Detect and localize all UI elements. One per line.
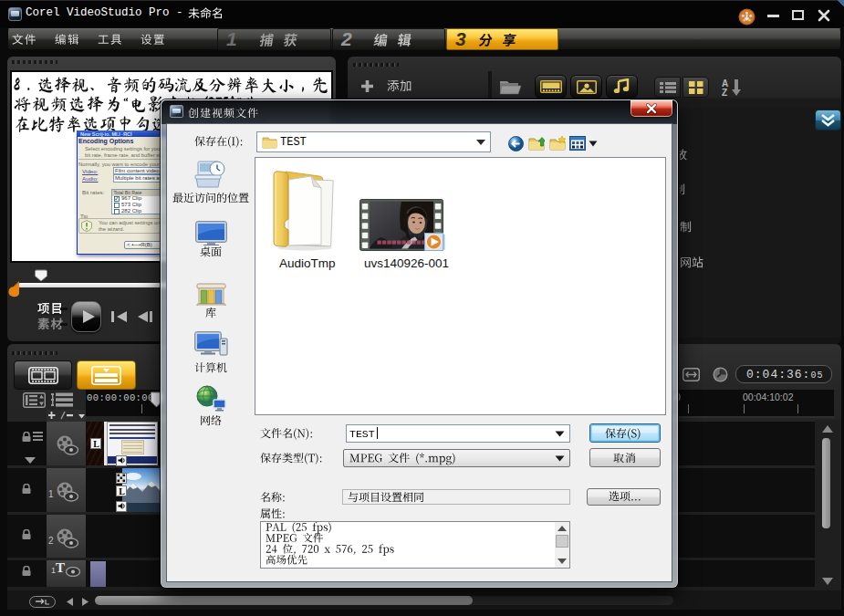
svg-text:L: L — [119, 486, 125, 496]
svg-text:Z: Z — [722, 88, 727, 98]
svg-text:L: L — [93, 439, 99, 449]
